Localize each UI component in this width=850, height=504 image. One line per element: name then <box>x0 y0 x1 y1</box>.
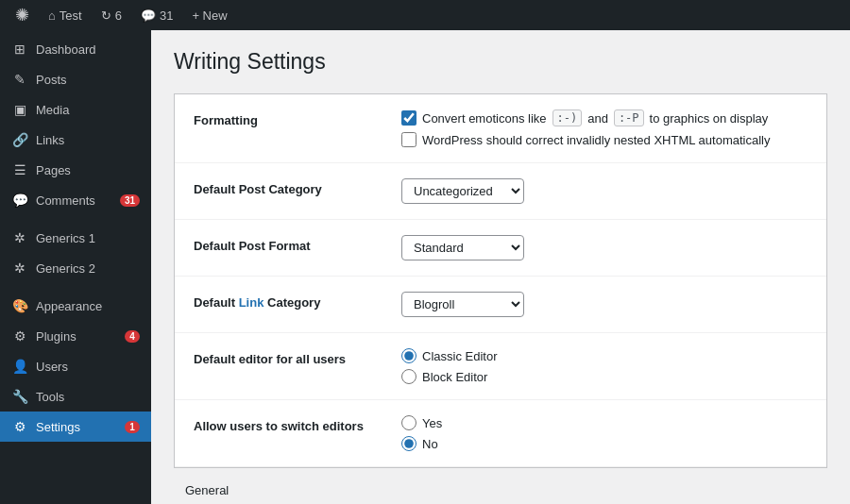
appearance-icon: 🎨 <box>11 298 28 313</box>
emoticon-code-2: :-P <box>614 109 644 126</box>
switch-no-label[interactable]: No <box>401 436 808 451</box>
switch-yes-radio[interactable] <box>401 415 416 430</box>
post-format-select[interactable]: Standard <box>401 235 524 260</box>
sidebar-item-label: Posts <box>36 73 140 87</box>
plugins-badge: 4 <box>125 330 140 343</box>
default-editor-row: Default editor for all users Classic Edi… <box>175 333 826 400</box>
sidebar-item-comments[interactable]: 💬 Comments 31 <box>0 185 151 215</box>
switch-no-radio[interactable] <box>401 436 416 451</box>
sidebar-item-label: Comments <box>36 193 112 208</box>
default-link-category-label: Default Link Category <box>194 292 401 310</box>
updates-item[interactable]: ↻ 6 <box>94 0 129 30</box>
default-editor-field: Classic Editor Block Editor <box>401 348 808 384</box>
sidebar-item-tools[interactable]: 🔧 Tools <box>0 381 151 412</box>
default-post-category-row: Default Post Category Uncategorized <box>175 163 826 220</box>
switch-yes-label[interactable]: Yes <box>401 415 808 430</box>
bottom-bar: General <box>174 468 827 504</box>
emoticons-label[interactable]: Convert emoticons like :-) and :-P to gr… <box>401 109 808 126</box>
sidebar-divider-2 <box>0 283 151 291</box>
sidebar-item-users[interactable]: 👤 Users <box>0 351 151 381</box>
emoticon-code-1: :-) <box>552 109 583 126</box>
default-post-format-row: Default Post Format Standard <box>175 220 826 277</box>
classic-editor-radio[interactable] <box>401 348 416 363</box>
admin-bar: ✺ ⌂ Test ↻ 6 💬 31 + New <box>0 0 850 30</box>
default-post-category-field: Uncategorized <box>401 178 808 204</box>
users-icon: 👤 <box>11 359 28 374</box>
dashboard-icon: ⊞ <box>11 42 28 57</box>
settings-badge: 1 <box>125 421 140 433</box>
generics1-icon: ✲ <box>11 230 28 245</box>
sidebar-item-pages[interactable]: ☰ Pages <box>0 155 151 185</box>
sidebar-item-posts[interactable]: ✎ Posts <box>0 64 151 94</box>
main-layout: ⊞ Dashboard ✎ Posts ▣ Media 🔗 Links ☰ Pa… <box>0 30 850 504</box>
post-category-select[interactable]: Uncategorized <box>401 178 524 204</box>
site-name-label: Test <box>60 8 82 23</box>
sidebar: ⊞ Dashboard ✎ Posts ▣ Media 🔗 Links ☰ Pa… <box>0 30 151 504</box>
settings-form: Formatting Convert emoticons like :-) an… <box>174 93 827 468</box>
comments-badge: 31 <box>120 194 140 207</box>
sidebar-item-label: Appearance <box>36 299 140 313</box>
classic-editor-text: Classic Editor <box>422 349 497 363</box>
sidebar-item-label: Pages <box>36 163 140 177</box>
sidebar-item-label: Plugins <box>36 329 117 344</box>
sidebar-item-dashboard[interactable]: ⊞ Dashboard <box>0 34 151 64</box>
updates-count: 6 <box>115 8 122 23</box>
sidebar-item-label: Generics 2 <box>36 261 140 276</box>
sidebar-item-label: Tools <box>36 390 140 404</box>
updates-icon: ↻ <box>101 8 111 23</box>
block-editor-label[interactable]: Block Editor <box>401 369 808 384</box>
allow-switch-field: Yes No <box>401 415 808 451</box>
sidebar-item-plugins[interactable]: ⚙ Plugins 4 <box>0 321 151 351</box>
media-icon: ▣ <box>11 102 28 117</box>
generics2-icon: ✲ <box>11 260 28 276</box>
block-editor-text: Block Editor <box>422 370 487 384</box>
content-area: Writing Settings Formatting Convert emot… <box>151 30 850 504</box>
sidebar-item-settings[interactable]: ⚙ Settings 1 <box>0 412 151 442</box>
xhtml-label[interactable]: WordPress should correct invalidly neste… <box>401 132 808 147</box>
sidebar-item-label: Settings <box>36 420 117 434</box>
links-icon: 🔗 <box>11 132 28 147</box>
comments-item[interactable]: 💬 31 <box>133 0 180 30</box>
sidebar-item-generics2[interactable]: ✲ Generics 2 <box>0 253 151 283</box>
link-category-select[interactable]: Blogroll <box>401 292 524 317</box>
emoticons-checkbox[interactable] <box>401 110 416 126</box>
formatting-field: Convert emoticons like :-) and :-P to gr… <box>401 109 808 147</box>
switch-yes-text: Yes <box>422 416 442 430</box>
emoticons-text-before: Convert emoticons like <box>422 111 547 126</box>
block-editor-radio[interactable] <box>401 369 416 384</box>
emoticons-and: and <box>587 111 608 126</box>
sidebar-item-label: Dashboard <box>36 42 140 57</box>
plugins-icon: ⚙ <box>11 328 28 344</box>
classic-editor-label[interactable]: Classic Editor <box>401 348 808 363</box>
xhtml-text: WordPress should correct invalidly neste… <box>422 133 770 147</box>
sidebar-item-media[interactable]: ▣ Media <box>0 94 151 125</box>
wp-logo-icon: ✺ <box>15 5 29 25</box>
xhtml-checkbox[interactable] <box>401 132 416 147</box>
comments-count: 31 <box>160 8 173 23</box>
default-post-category-label: Default Post Category <box>194 178 401 196</box>
emoticons-text-after: to graphics on display <box>650 111 769 126</box>
subnav-general[interactable]: General <box>174 476 241 504</box>
default-link-category-field: Blogroll <box>401 292 808 317</box>
default-link-category-row: Default Link Category Blogroll <box>175 277 826 333</box>
allow-switch-label: Allow users to switch editors <box>194 415 401 433</box>
sidebar-divider-1 <box>0 215 151 223</box>
wp-logo-item[interactable]: ✺ <box>8 0 37 30</box>
sidebar-item-label: Links <box>36 133 140 147</box>
sidebar-item-generics1[interactable]: ✲ Generics 1 <box>0 223 151 253</box>
sidebar-item-links[interactable]: 🔗 Links <box>0 125 151 155</box>
tools-icon: 🔧 <box>11 389 28 404</box>
page-title: Writing Settings <box>174 49 827 75</box>
new-label: + New <box>192 8 227 23</box>
comments-sidebar-icon: 💬 <box>11 193 28 208</box>
sidebar-item-appearance[interactable]: 🎨 Appearance <box>0 291 151 321</box>
sidebar-item-label: Generics 1 <box>36 231 140 245</box>
posts-icon: ✎ <box>11 72 28 87</box>
settings-icon: ⚙ <box>11 419 28 434</box>
new-item[interactable]: + New <box>184 0 234 30</box>
comments-icon: 💬 <box>141 8 156 23</box>
site-name-item[interactable]: ⌂ Test <box>41 0 90 30</box>
pages-icon: ☰ <box>11 162 28 177</box>
default-editor-label: Default editor for all users <box>194 348 401 366</box>
sidebar-item-label: Media <box>36 103 140 117</box>
